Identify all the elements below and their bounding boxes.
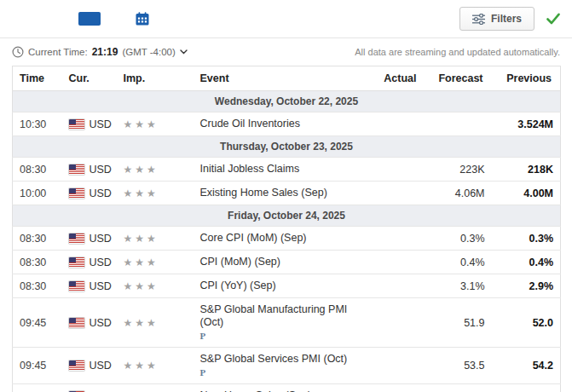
- event-time: 10:30: [13, 112, 62, 136]
- event-time: 09:45: [13, 348, 62, 384]
- current-time-control[interactable]: Current Time: 21:19 (GMT -4:00): [12, 46, 188, 58]
- event-actual: [374, 112, 425, 136]
- col-header-forecast: Forecast: [425, 66, 492, 91]
- importance-stars: ★★★: [124, 360, 159, 372]
- table-header-row: Time Cur. Imp. Event Actual Forecast Pre…: [13, 66, 561, 91]
- event-forecast: 223K: [425, 158, 492, 182]
- event-importance: ★★★: [117, 251, 194, 274]
- event-forecast: 4.06M: [425, 182, 492, 205]
- timezone-label: (GMT -4:00): [122, 47, 175, 57]
- us-flag-icon: [69, 318, 84, 328]
- event-previous: 800K: [492, 384, 561, 392]
- event-link[interactable]: CPI (YoY) (Sep): [200, 280, 276, 291]
- event-forecast: 51.9: [425, 298, 492, 348]
- filters-button[interactable]: Filters: [459, 7, 534, 31]
- event-actual: [374, 348, 425, 384]
- event-previous: 54.2: [492, 348, 561, 384]
- event-row: 10:00 USD ★★★ Existing Home Sales (Sep) …: [13, 182, 561, 205]
- event-actual: [374, 384, 425, 392]
- currency-code: USD: [90, 280, 112, 292]
- col-header-currency: Cur.: [62, 66, 117, 91]
- importance-stars: ★★★: [124, 233, 159, 245]
- event-currency: USD: [62, 227, 117, 251]
- event-currency: USD: [62, 298, 117, 348]
- event-currency: USD: [62, 112, 117, 136]
- event-link[interactable]: S&P Global Services PMI (Oct): [200, 353, 348, 365]
- event-actual: [374, 158, 425, 182]
- event-time: 08:30: [13, 158, 62, 182]
- calendar-icon: [135, 11, 150, 26]
- currency-code: USD: [90, 233, 112, 245]
- currency-code: USD: [90, 360, 112, 372]
- us-flag-icon: [69, 257, 84, 268]
- event-forecast: [425, 384, 492, 392]
- date-picker-button[interactable]: [130, 8, 155, 30]
- event-cell: CPI (YoY) (Sep): [194, 274, 374, 298]
- event-cell: Core CPI (MoM) (Sep): [194, 227, 374, 251]
- event-time: 08:30: [13, 227, 62, 251]
- topbar-left: [7, 8, 155, 30]
- event-row: 09:45 USD ★★★ S&P Global Services PMI (O…: [13, 348, 561, 384]
- event-cell: CPI (MoM) (Sep): [194, 251, 374, 274]
- event-currency: USD: [62, 251, 117, 274]
- calendar-table: Time Cur. Imp. Event Actual Forecast Pre…: [12, 66, 561, 392]
- event-time: 10:00: [13, 182, 62, 205]
- event-previous: 52.0: [492, 298, 561, 348]
- us-flag-icon: [69, 233, 84, 244]
- event-forecast: [425, 112, 492, 136]
- event-currency: USD: [62, 182, 117, 205]
- tab-tomorrow[interactable]: [55, 12, 77, 26]
- col-header-actual: Actual: [374, 66, 425, 91]
- importance-stars: ★★★: [124, 164, 159, 176]
- event-actual: [374, 274, 425, 298]
- event-previous: 218K: [492, 158, 561, 182]
- event-link[interactable]: Core CPI (MoM) (Sep): [200, 232, 307, 244]
- event-row: 09:45 USD ★★★ S&P Global Manufacturing P…: [13, 298, 561, 348]
- day-header-row: Wednesday, October 22, 2025: [13, 91, 561, 112]
- event-link[interactable]: CPI (MoM) (Sep): [200, 256, 280, 268]
- event-previous: 0.4%: [492, 251, 561, 274]
- event-link[interactable]: S&P Global Manufacturing PMI (Oct): [200, 303, 348, 328]
- event-row: 08:30 USD ★★★ CPI (MoM) (Sep) 0.4% 0.4%: [13, 251, 561, 274]
- event-importance: ★★★: [117, 298, 194, 348]
- event-cell: Initial Jobless Claims: [194, 158, 374, 182]
- filters-sliders-icon: [472, 14, 485, 25]
- tab-yesterday[interactable]: [7, 12, 29, 26]
- event-actual: [374, 298, 425, 348]
- current-time-label: Current Time:: [28, 47, 88, 57]
- us-flag-icon: [69, 360, 84, 371]
- event-importance: ★★★: [117, 227, 194, 251]
- filters-label: Filters: [491, 13, 522, 25]
- event-time: 08:30: [13, 274, 62, 298]
- event-importance: ★★★: [117, 348, 194, 384]
- event-link[interactable]: Crude Oil Inventories: [200, 118, 300, 130]
- economic-calendar-widget: Filters Current Time: 21:19 (GMT -4:00) …: [0, 0, 572, 392]
- event-currency: USD: [62, 348, 117, 384]
- preliminary-icon: P: [200, 367, 367, 378]
- us-flag-icon: [69, 188, 84, 199]
- tab-today[interactable]: [31, 12, 53, 26]
- event-row: 10:30 USD ★★★ Crude Oil Inventories 3.52…: [13, 112, 561, 136]
- event-currency: USD: [62, 158, 117, 182]
- tab-next-week[interactable]: [102, 12, 124, 26]
- event-cell: Crude Oil Inventories: [194, 112, 374, 136]
- current-time-value: 21:19: [92, 46, 118, 58]
- us-flag-icon: [69, 164, 84, 175]
- col-header-event: Event: [194, 66, 374, 91]
- chevron-down-icon[interactable]: [180, 49, 188, 55]
- importance-stars: ★★★: [124, 187, 159, 199]
- event-link[interactable]: Initial Jobless Claims: [200, 163, 300, 175]
- event-actual: [374, 182, 425, 205]
- event-previous: 4.00M: [492, 182, 561, 205]
- event-row: 08:30 USD ★★★ Initial Jobless Claims 223…: [13, 158, 561, 182]
- event-link[interactable]: Existing Home Sales (Sep): [200, 187, 327, 199]
- tab-this-week[interactable]: [78, 12, 101, 26]
- event-importance: ★★★: [117, 384, 194, 392]
- event-currency: USD: [62, 274, 117, 298]
- event-cell: S&P Global Manufacturing PMI (Oct) P: [194, 298, 374, 348]
- event-forecast: 0.3%: [425, 227, 492, 251]
- event-row: 08:30 USD ★★★ CPI (YoY) (Sep) 3.1% 2.9%: [13, 274, 561, 298]
- event-importance: ★★★: [117, 274, 194, 298]
- importance-stars: ★★★: [124, 257, 159, 268]
- event-cell: Existing Home Sales (Sep): [194, 182, 374, 205]
